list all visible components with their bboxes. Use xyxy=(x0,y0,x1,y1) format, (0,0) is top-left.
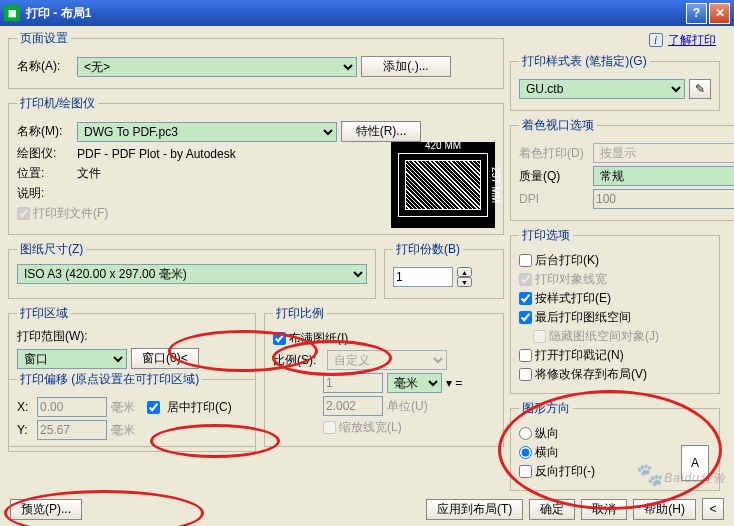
portrait-radio[interactable] xyxy=(519,427,532,440)
scale-denom-unit: 单位(U) xyxy=(387,398,428,415)
paperspace-last-checkbox[interactable] xyxy=(519,311,532,324)
background-print-label: 后台打印(K) xyxy=(535,252,599,269)
with-styles-label: 按样式打印(E) xyxy=(535,290,611,307)
save-changes-checkbox[interactable] xyxy=(519,368,532,381)
save-changes-label: 将修改保存到布局(V) xyxy=(535,366,647,383)
scale-ratio-select: 自定义 xyxy=(327,350,447,370)
print-to-file-label: 打印到文件(F) xyxy=(33,205,108,222)
offset-y-unit: 毫米 xyxy=(111,422,135,439)
print-to-file-checkbox xyxy=(17,207,30,220)
help-button[interactable]: 帮助(H) xyxy=(633,499,696,520)
plotter-value: PDF - PDF Plot - by Autodesk xyxy=(77,147,236,161)
page-setup-legend: 页面设置 xyxy=(17,30,71,47)
expand-button[interactable]: < xyxy=(702,498,724,520)
printer-properties-button[interactable]: 特性(R)... xyxy=(341,121,421,142)
lineweights-label: 打印对象线宽 xyxy=(535,271,607,288)
shade-print-select: 按显示 xyxy=(593,143,734,163)
copies-down[interactable]: ▼ xyxy=(457,277,472,287)
landscape-label: 横向 xyxy=(535,444,559,461)
cancel-button[interactable]: 取消 xyxy=(581,499,627,520)
add-page-setup-button[interactable]: 添加(.)... xyxy=(361,56,451,77)
plot-range-label: 打印范围(W): xyxy=(17,328,247,345)
viewport-legend: 着色视口选项 xyxy=(519,117,597,134)
copies-legend: 打印份数(B) xyxy=(393,241,463,258)
plotter-label: 绘图仪: xyxy=(17,145,73,162)
scale-unit-select[interactable]: 毫米 xyxy=(387,373,442,393)
offset-x-input xyxy=(37,397,107,417)
plot-window-button[interactable]: 窗口(0)< xyxy=(131,348,199,369)
location-label: 位置: xyxy=(17,165,73,182)
scale-ratio-label: 比例(S): xyxy=(273,352,323,369)
window-title: 打印 - 布局1 xyxy=(26,5,684,22)
dpi-input xyxy=(593,189,734,209)
offset-x-label: X: xyxy=(17,400,33,414)
quality-select[interactable]: 常规 xyxy=(593,166,734,186)
learn-more-link[interactable]: 了解打印 xyxy=(668,33,716,47)
stamp-checkbox[interactable] xyxy=(519,349,532,362)
paper-size-legend: 图纸尺寸(Z) xyxy=(17,241,86,258)
viewport-group: 着色视口选项 着色打印(D)按显示 质量(Q)常规 DPI xyxy=(510,117,734,221)
paper-preview: 420 MM 297 MM xyxy=(391,142,495,228)
copies-group: 打印份数(B) ▲▼ xyxy=(384,241,504,299)
info-icon[interactable]: i xyxy=(649,33,663,47)
printer-legend: 打印机/绘图仪 xyxy=(17,95,98,112)
quality-label: 质量(Q) xyxy=(519,168,589,185)
paper-width-label: 420 MM xyxy=(399,140,487,151)
page-setup-group: 页面设置 名称(A): <无> 添加(.)... xyxy=(8,30,504,89)
fit-to-paper-checkbox[interactable] xyxy=(273,332,286,345)
paperspace-last-label: 最后打印图纸空间 xyxy=(535,309,631,326)
apply-to-layout-button[interactable]: 应用到布局(T) xyxy=(426,499,523,520)
titlebar-close-button[interactable]: ✕ xyxy=(709,3,730,24)
paper-size-group: 图纸尺寸(Z) ISO A3 (420.00 x 297.00 毫米) xyxy=(8,241,376,299)
landscape-radio[interactable] xyxy=(519,446,532,459)
page-setup-name-select[interactable]: <无> xyxy=(77,57,357,77)
printer-name-select[interactable]: DWG To PDF.pc3 xyxy=(77,122,337,142)
titlebar-help-button[interactable]: ? xyxy=(686,3,707,24)
ok-button[interactable]: 确定 xyxy=(529,499,575,520)
paper-height-label: 297 MM xyxy=(490,154,501,216)
shade-print-label: 着色打印(D) xyxy=(519,145,589,162)
printer-name-label: 名称(M): xyxy=(17,123,73,140)
copies-up[interactable]: ▲ xyxy=(457,267,472,277)
orientation-legend: 图形方向 xyxy=(519,400,573,417)
edit-style-button[interactable]: ✎ xyxy=(689,79,711,99)
offset-group: 打印偏移 (原点设置在可打印区域) X: 毫米 居中打印(C) Y: 毫米 xyxy=(8,371,256,452)
offset-y-input xyxy=(37,420,107,440)
description-label: 说明: xyxy=(17,185,73,202)
style-table-legend: 打印样式表 (笔指定)(G) xyxy=(519,53,650,70)
scale-group: 打印比例 布满图纸(I) 比例(S):自定义 毫米▾ = 单位(U) 缩放线宽(… xyxy=(264,305,504,447)
plot-range-select[interactable]: 窗口 xyxy=(17,349,127,369)
scale-denom-input xyxy=(323,396,383,416)
scale-legend: 打印比例 xyxy=(273,305,327,322)
style-table-group: 打印样式表 (笔指定)(G) GU.ctb ✎ xyxy=(510,53,720,111)
copies-input[interactable] xyxy=(393,267,453,287)
fit-to-paper-label: 布满图纸(I) xyxy=(289,330,348,347)
center-print-label: 居中打印(C) xyxy=(167,399,232,416)
location-value: 文件 xyxy=(77,165,101,182)
background-print-checkbox[interactable] xyxy=(519,254,532,267)
preview-button[interactable]: 预览(P)... xyxy=(10,499,82,520)
with-styles-checkbox[interactable] xyxy=(519,292,532,305)
plot-area-legend: 打印区域 xyxy=(17,305,71,322)
orientation-group: 图形方向 纵向 横向 反向打印(-) A xyxy=(510,400,720,491)
scale-num-input xyxy=(323,373,383,393)
hide-paperspace-label: 隐藏图纸空间对象(J) xyxy=(549,328,659,345)
hide-paperspace-checkbox xyxy=(533,330,546,343)
options-legend: 打印选项 xyxy=(519,227,573,244)
offset-x-unit: 毫米 xyxy=(111,399,135,416)
app-icon: ▦ xyxy=(4,5,20,21)
chevron-left-icon: < xyxy=(709,502,716,516)
pencil-icon: ✎ xyxy=(695,82,705,96)
page-setup-name-label: 名称(A): xyxy=(17,58,73,75)
dpi-label: DPI xyxy=(519,192,589,206)
paper-size-select[interactable]: ISO A3 (420.00 x 297.00 毫米) xyxy=(17,264,367,284)
offset-legend: 打印偏移 (原点设置在可打印区域) xyxy=(17,371,202,388)
scale-lineweights-label: 缩放线宽(L) xyxy=(339,419,402,436)
stamp-label: 打开打印戳记(N) xyxy=(535,347,624,364)
lineweights-checkbox xyxy=(519,273,532,286)
center-print-checkbox[interactable] xyxy=(147,401,160,414)
upside-down-label: 反向打印(-) xyxy=(535,463,595,480)
options-group: 打印选项 后台打印(K) 打印对象线宽 按样式打印(E) 最后打印图纸空间 隐藏… xyxy=(510,227,720,394)
style-table-select[interactable]: GU.ctb xyxy=(519,79,685,99)
upside-down-checkbox[interactable] xyxy=(519,465,532,478)
